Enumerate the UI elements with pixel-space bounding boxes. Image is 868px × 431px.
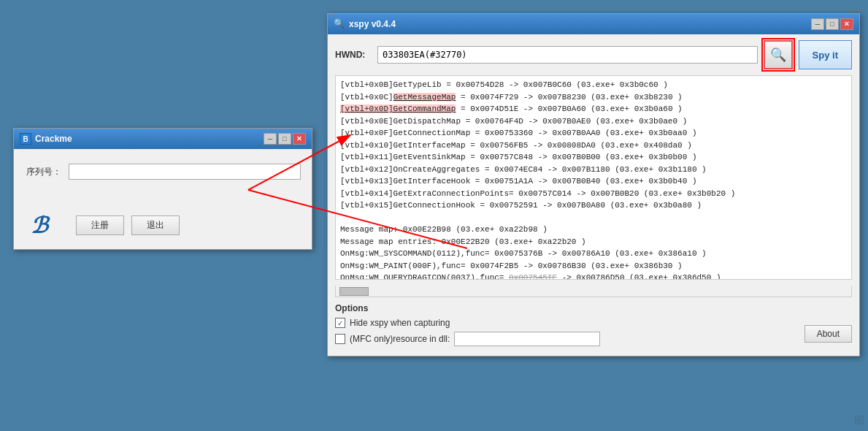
code-line-9: [vtbl+0x13]GetInterfaceHook = 0x00751A1A… <box>340 175 847 188</box>
code-line-3: [vtbl+0x0D]GetCommandMap = 0x0074D51E ->… <box>340 103 847 115</box>
code-line-11: [vtbl+0x15]GetConnectionHook = 0x0075259… <box>340 199 847 212</box>
about-button[interactable]: About <box>804 325 852 343</box>
xspy-close-button[interactable]: ✕ <box>840 18 853 30</box>
hwnd-input[interactable] <box>377 46 758 64</box>
register-button[interactable]: 注册 <box>76 216 124 235</box>
serial-row: 序列号： <box>25 164 301 180</box>
code-line-1: [vtbl+0x0B]GetTypeLib = 0x00754D28 -> 0x… <box>340 79 847 91</box>
code-line-2: [vtbl+0x0C]GetMessageMap = 0x0074F729 ->… <box>340 91 847 104</box>
options-section: Options ✓ Hide xspy when capturing (MFC … <box>335 303 852 350</box>
xspy-icon: 🔍 <box>334 18 345 30</box>
brand-logo: ℬ <box>25 213 54 238</box>
xspy-body: HWND: 🔍 Spy it [vtbl+0x0B]GetTypeLib = 0… <box>328 34 859 356</box>
mfc-resource-input[interactable] <box>454 332 600 346</box>
code-line-15: OnMsg:WM_PAINT(000F),func= 0x0074F2B5 ->… <box>340 260 847 272</box>
hide-xspy-label: Hide xspy when capturing <box>350 318 450 328</box>
code-line-14: OnMsg:WM_SYSCOMMAND(0112),func= 0x007537… <box>340 248 847 260</box>
maximize-button[interactable]: □ <box>278 133 291 145</box>
serial-input[interactable] <box>69 164 301 180</box>
xspy-maximize-button[interactable]: □ <box>826 18 839 30</box>
xspy-window-controls: ─ □ ✕ <box>811 18 853 30</box>
code-line-10: [vtbl+0x14]GetExtraConnectionPoints= 0x0… <box>340 188 847 200</box>
h-scroll-thumb[interactable] <box>339 287 369 296</box>
watermark: 图 <box>854 414 864 427</box>
crackme-body: 序列号： <box>14 149 312 205</box>
code-line-7: [vtbl+0x11]GetEventSinkMap = 0x00757C848… <box>340 151 847 164</box>
xspy-window: 🔍 xspy v0.4.4 ─ □ ✕ HWND: 🔍 Spy it [vtbl… <box>327 13 860 356</box>
code-content: [vtbl+0x0B]GetTypeLib = 0x00754D28 -> 0x… <box>336 76 851 280</box>
crackme-title-text: Crackme <box>35 134 72 144</box>
options-row-container: ✓ Hide xspy when capturing (MFC only)res… <box>335 318 852 350</box>
code-line-4: [vtbl+0x0E]GetDispatchMap = 0x00764F4D -… <box>340 115 847 128</box>
minimize-button[interactable]: ─ <box>264 133 277 145</box>
mfc-label: (MFC only)resource in dll: <box>350 334 450 344</box>
crackme-footer: ℬ 注册 退出 <box>14 205 312 249</box>
xspy-minimize-button[interactable]: ─ <box>811 18 824 30</box>
search-button[interactable]: 🔍 <box>764 40 793 69</box>
xspy-titlebar: 🔍 xspy v0.4.4 ─ □ ✕ <box>328 14 859 34</box>
hide-xspy-checkbox[interactable]: ✓ <box>335 318 345 328</box>
crackme-window-controls: ─ □ ✕ <box>264 133 306 145</box>
crackme-icon: B <box>20 133 31 145</box>
code-line-blank <box>340 212 847 224</box>
options-label: Options <box>335 303 852 313</box>
exit-button[interactable]: 退出 <box>131 216 180 235</box>
hwnd-row: HWND: 🔍 Spy it <box>335 40 852 69</box>
xspy-title-text: xspy v0.4.4 <box>349 19 396 29</box>
crackme-window: B Crackme ─ □ ✕ 序列号： ℬ 注册 退出 <box>13 128 312 250</box>
search-btn-wrapper: 🔍 <box>764 40 793 69</box>
mfc-checkbox[interactable] <box>335 334 345 344</box>
code-line-12: Message map: 0x00E22B98 (03.exe+ 0xa22b9… <box>340 224 847 236</box>
close-button[interactable]: ✕ <box>293 133 306 145</box>
horizontal-scrollbar[interactable] <box>335 286 852 297</box>
crackme-titlebar: B Crackme ─ □ ✕ <box>14 129 312 149</box>
hwnd-label: HWND: <box>335 50 372 60</box>
code-line-8: [vtbl+0x12]OnCreateAggregates = 0x0074EC… <box>340 164 847 176</box>
code-output-area[interactable]: [vtbl+0x0B]GetTypeLib = 0x00754D28 -> 0x… <box>335 75 852 280</box>
crackme-title-bar: B Crackme <box>20 133 72 145</box>
spy-it-button[interactable]: Spy it <box>799 40 852 69</box>
code-line-16: OnMsg:WM_QUERYDRAGICON(0037),func= 0x007… <box>340 272 847 280</box>
code-line-5: [vtbl+0x0F]GetConnectionMap = 0x00753360… <box>340 127 847 140</box>
mfc-row: (MFC only)resource in dll: <box>335 332 804 346</box>
code-line-6: [vtbl+0x10]GetInterfaceMap = 0x00756FB5 … <box>340 140 847 152</box>
serial-label: 序列号： <box>25 166 61 178</box>
xspy-title-bar: 🔍 xspy v0.4.4 <box>334 18 396 30</box>
code-line-13: Message map entries: 0x00E22B20 (03.exe+… <box>340 236 847 248</box>
hide-xspy-row: ✓ Hide xspy when capturing <box>335 318 804 328</box>
options-inner: ✓ Hide xspy when capturing (MFC only)res… <box>335 318 804 350</box>
